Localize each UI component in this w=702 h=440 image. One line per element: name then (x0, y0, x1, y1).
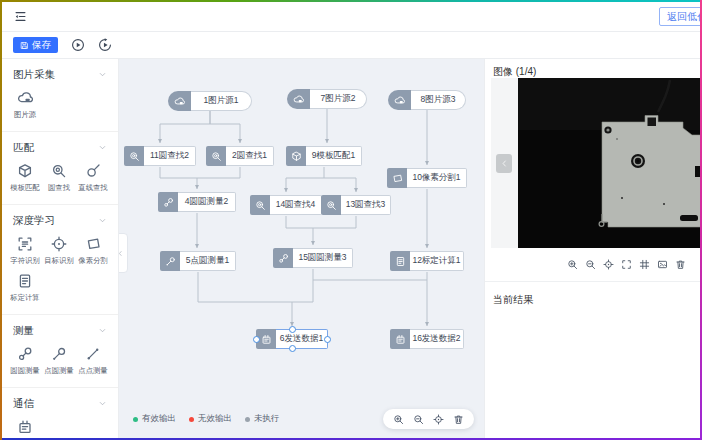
panel-divider (485, 281, 700, 282)
cloud-icon (293, 94, 304, 105)
node-handle-bottom[interactable] (289, 345, 296, 352)
locate-icon (433, 414, 444, 425)
node-handle-right[interactable] (324, 336, 331, 343)
save-button-label: 保存 (32, 39, 51, 52)
run-button[interactable] (71, 38, 85, 52)
point-circle-icon (165, 256, 176, 267)
flow-node-n7[interactable]: 7图片源2 (287, 89, 367, 109)
capture-border-left (0, 0, 2, 440)
circle-find-icon (211, 151, 222, 162)
tool-item-label: 标定计算 (10, 292, 39, 302)
flow-node-n10[interactable]: 10像素分割1 (387, 168, 467, 188)
circle-find-icon (129, 151, 140, 162)
flow-node-n12[interactable]: 12标定计算1 (390, 251, 464, 271)
point-point-icon (85, 346, 101, 362)
top-bar: 返回低代码 (2, 2, 700, 32)
tool-item[interactable]: 像素分割 (76, 236, 110, 266)
zoom-in-button[interactable] (393, 414, 404, 425)
zoom-out-icon (585, 259, 596, 270)
node-label: 7图片源2 (310, 89, 367, 109)
tool-item-label: 圆圆测量 (10, 365, 39, 375)
tool-item[interactable] (8, 419, 42, 438)
fullscreen-icon (621, 259, 632, 270)
image-zoom-out-button[interactable] (585, 259, 596, 270)
locate-button[interactable] (433, 414, 444, 425)
flow-node-n8[interactable]: 8图片源3 (388, 90, 466, 110)
capture-border-top (0, 0, 702, 2)
section-header[interactable]: 匹配 (2, 140, 118, 155)
image-panel-title: 图像 (1/4) (485, 59, 700, 79)
cube-icon (291, 151, 302, 162)
circle-find-icon (51, 163, 67, 179)
image-zoom-in-button[interactable] (567, 259, 578, 270)
flow-node-n13[interactable]: 13圆查找3 (321, 195, 391, 215)
zoom-in-icon (393, 414, 404, 425)
section-header[interactable]: 图片采集 (2, 67, 118, 82)
node-handle-left[interactable] (253, 336, 260, 343)
tool-item-label: 模板匹配 (10, 182, 39, 192)
flow-node-n11[interactable]: 11圆查找2 (124, 146, 196, 166)
trash-button[interactable] (453, 414, 464, 425)
menu-fold-icon[interactable] (14, 10, 27, 23)
canvas-zoom-controls (383, 409, 474, 429)
node-label: 4圆圆测量2 (178, 192, 236, 212)
grid-icon (639, 259, 650, 270)
tool-item-label: 点圆测量 (44, 365, 73, 375)
sidebar-section: 深度学习字符识别目标识别像素分割标定计算 (2, 205, 118, 315)
trash-icon (675, 259, 686, 270)
section-header[interactable]: 深度学习 (2, 213, 118, 228)
node-label: 6发送数据1 (276, 329, 328, 349)
tool-item[interactable]: 直线查找 (76, 163, 110, 193)
tool-item[interactable]: 圆查找 (42, 163, 76, 193)
flow-node-n2[interactable]: 2圆查找1 (206, 146, 274, 166)
sidebar-collapse-handle[interactable] (119, 233, 128, 273)
prev-image-button[interactable] (496, 154, 512, 173)
camera-image (518, 78, 700, 248)
chevron-left-icon (500, 159, 509, 168)
tool-item[interactable]: 图片源 (8, 90, 42, 120)
flow-node-n5[interactable]: 5点圆测量1 (160, 251, 236, 271)
tool-item[interactable]: 字符识别 (8, 236, 42, 266)
tool-item[interactable]: 目标识别 (42, 236, 76, 266)
flow-node-n14[interactable]: 14圆查找4 (250, 195, 322, 215)
legend-item: 无效输出 (189, 413, 232, 425)
trash-icon (453, 414, 464, 425)
image-fullscreen-button[interactable] (621, 259, 632, 270)
section-header[interactable]: 测量 (2, 323, 118, 338)
sidebar-section: 通信 (2, 388, 118, 438)
toolbar: 保存 (2, 32, 700, 59)
node-label: 8图片源3 (411, 90, 466, 110)
flow-node-n9[interactable]: 9模板匹配1 (286, 146, 362, 166)
result-panel-title: 当前结果 (485, 287, 533, 307)
flow-node-n1[interactable]: 1图片源1 (168, 91, 252, 111)
tool-item[interactable]: 标定计算 (8, 273, 42, 303)
flow-node-n15[interactable]: 15圆圆测量3 (273, 248, 353, 268)
node-label: 5点圆测量1 (180, 251, 236, 271)
flow-node-n4[interactable]: 4圆圆测量2 (158, 192, 236, 212)
section-header[interactable]: 通信 (2, 396, 118, 411)
send-data-icon (395, 334, 406, 345)
image-locate-button[interactable] (603, 259, 614, 270)
tool-item[interactable]: 点点测量 (76, 346, 110, 376)
flow-node-n6[interactable]: 6发送数据1 (256, 329, 328, 349)
back-to-lowcode-button[interactable]: 返回低代码 (659, 7, 700, 26)
node-label: 14圆查找4 (270, 195, 322, 215)
tool-item[interactable]: 模板匹配 (8, 163, 42, 193)
node-label: 10像素分割1 (407, 168, 467, 188)
flow-canvas[interactable]: 1图片源17图片源28图片源311圆查找22圆查找19模板匹配110像素分割14… (119, 59, 485, 438)
cloud-icon (174, 96, 185, 107)
locate-icon (603, 259, 614, 270)
image-picture-button[interactable] (657, 259, 668, 270)
tool-item[interactable]: 圆圆测量 (8, 346, 42, 376)
zoom-out-button[interactable] (413, 414, 424, 425)
image-trash-button[interactable] (675, 259, 686, 270)
run-once-button[interactable] (98, 38, 112, 52)
chevron-down-icon (98, 216, 107, 225)
flow-node-n16[interactable]: 16发送数据2 (390, 329, 464, 349)
node-handle-top[interactable] (289, 326, 296, 333)
image-grid-button[interactable] (639, 259, 650, 270)
section-label: 通信 (13, 397, 34, 411)
tool-item[interactable]: 点圆测量 (42, 346, 76, 376)
chevron-left-icon (119, 250, 124, 257)
save-button[interactable]: 保存 (13, 37, 58, 53)
